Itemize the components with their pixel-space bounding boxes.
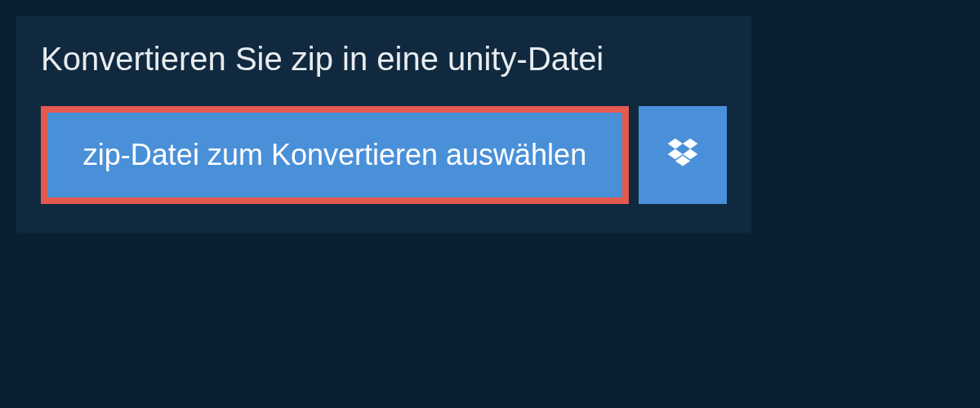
converter-panel: Konvertieren Sie zip in eine unity-Datei… bbox=[16, 16, 751, 233]
button-row: zip-Datei zum Konvertieren auswählen bbox=[16, 106, 751, 204]
dropbox-button[interactable] bbox=[639, 106, 727, 204]
dropbox-icon bbox=[665, 135, 701, 175]
panel-heading: Konvertieren Sie zip in eine unity-Datei bbox=[16, 16, 751, 106]
select-file-button[interactable]: zip-Datei zum Konvertieren auswählen bbox=[41, 106, 629, 204]
select-file-label: zip-Datei zum Konvertieren auswählen bbox=[83, 138, 586, 172]
